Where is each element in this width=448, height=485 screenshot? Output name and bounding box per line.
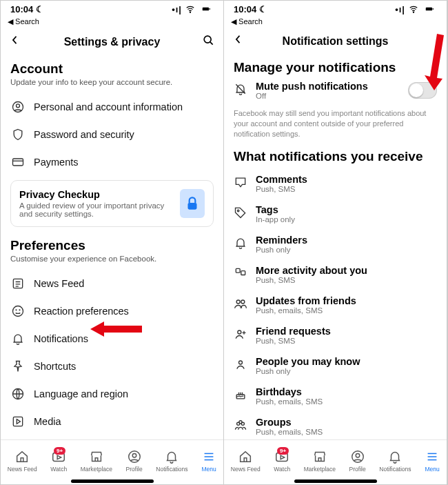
- wifi-icon: [185, 4, 196, 14]
- notif-title: Reminders: [256, 235, 307, 246]
- row-label: Personal and account information: [34, 101, 183, 112]
- menu-icon: [425, 449, 440, 464]
- notif-sub: Push, SMS: [256, 185, 307, 193]
- pref-row-media[interactable]: Media: [10, 408, 214, 435]
- tab-home[interactable]: News Feed: [231, 449, 261, 473]
- market-icon: [312, 449, 327, 464]
- notif-sub: Push, SMS: [256, 337, 331, 345]
- search-button[interactable]: [201, 33, 215, 50]
- mute-status: Off: [256, 92, 400, 100]
- notif-row-tag[interactable]: Tags In-app only: [234, 199, 437, 229]
- tab-label: Marketplace: [81, 466, 112, 473]
- menu-icon: [201, 449, 216, 464]
- pin-icon: [10, 359, 26, 374]
- people-icon: [234, 357, 247, 374]
- bell-icon: [387, 449, 403, 464]
- group-icon: [234, 418, 247, 435]
- tab-watch[interactable]: 9+ Watch: [50, 449, 67, 473]
- birthday-icon: [234, 388, 247, 404]
- feed-icon: [10, 276, 26, 291]
- tab-home[interactable]: News Feed: [8, 449, 37, 473]
- notif-row-people[interactable]: People you may know Push only: [234, 350, 437, 381]
- bell-mute-icon: [234, 82, 247, 99]
- comment-icon: [234, 175, 247, 192]
- notif-sub: Push, SMS: [256, 276, 367, 284]
- profile-icon: [127, 449, 142, 464]
- credit-card-icon: [10, 155, 26, 170]
- account-row-user-circle[interactable]: Personal and account information: [10, 93, 214, 121]
- bell-icon: [164, 449, 179, 464]
- tab-label: Marketplace: [304, 466, 336, 473]
- pref-row-pin[interactable]: Shortcuts: [10, 353, 214, 380]
- page-header: Settings & privacy: [1, 29, 223, 57]
- page-header: Notification settings: [224, 29, 447, 56]
- tab-label: Watch: [274, 466, 290, 473]
- notif-title: Birthdays: [256, 386, 323, 397]
- svg-rect-35: [187, 203, 196, 210]
- mute-toggle[interactable]: [408, 82, 437, 99]
- notif-title: Friend requests: [256, 326, 331, 337]
- home-indicator: [294, 479, 377, 483]
- notif-sub: Push only: [256, 246, 307, 254]
- tag-icon: [234, 206, 247, 222]
- tab-menu[interactable]: Menu: [425, 449, 440, 473]
- account-sub: Update your info to keep your account se…: [10, 78, 214, 86]
- pref-row-feed[interactable]: News Feed: [10, 270, 214, 297]
- notif-row-friends[interactable]: Updates from friends Push, emails, SMS: [234, 290, 437, 320]
- tab-bell[interactable]: Notifications: [156, 449, 187, 473]
- bell-icon: [234, 236, 247, 253]
- pref-row-globe[interactable]: Language and region: [10, 380, 214, 408]
- tab-profile[interactable]: Profile: [349, 449, 366, 473]
- cellular-signal-icon: •ı|: [395, 4, 405, 14]
- tab-menu[interactable]: Menu: [201, 449, 216, 473]
- dnd-moon-icon: ☾: [36, 4, 44, 14]
- mute-title: Mute push notifications: [256, 81, 400, 92]
- notif-row-group[interactable]: Groups Push, emails, SMS: [234, 411, 437, 439]
- notif-row-activity[interactable]: More activity about you Push, SMS: [234, 259, 437, 290]
- friends-icon: [234, 297, 247, 313]
- page-title: Settings & privacy: [23, 36, 201, 48]
- row-label: Password and security: [34, 129, 134, 140]
- home-icon: [14, 449, 30, 464]
- account-row-credit-card[interactable]: Payments: [10, 148, 214, 176]
- smile-icon: [10, 304, 26, 319]
- back-button[interactable]: [9, 34, 23, 50]
- mute-push-row[interactable]: Mute push notifications Off: [234, 75, 437, 104]
- phone-right: 10:04 ☾ •ı| ◀ Search Notification settin…: [224, 1, 447, 485]
- tab-watch[interactable]: 9+ Watch: [274, 449, 290, 473]
- tab-market[interactable]: Marketplace: [81, 449, 112, 473]
- cellular-signal-icon: •ı|: [172, 4, 182, 14]
- notif-title: Tags: [256, 204, 295, 215]
- tab-profile[interactable]: Profile: [126, 449, 143, 473]
- back-to-search[interactable]: ◀ Search: [224, 17, 447, 29]
- notif-row-bell[interactable]: Reminders Push only: [234, 229, 437, 259]
- back-to-search[interactable]: ◀ Search: [1, 17, 223, 29]
- back-button[interactable]: [232, 33, 246, 49]
- tab-bell[interactable]: Notifications: [379, 449, 411, 473]
- notif-row-add-friend[interactable]: Friend requests Push, SMS: [234, 320, 437, 350]
- tab-badge: 9+: [277, 447, 289, 455]
- privacy-checkup-card[interactable]: Privacy Checkup A guided review of your …: [10, 180, 214, 227]
- notif-sub: Push only: [256, 367, 360, 375]
- tab-market[interactable]: Marketplace: [304, 449, 336, 473]
- wifi-icon: [408, 4, 419, 14]
- manage-heading: Manage your notifications: [234, 60, 437, 75]
- notif-row-comment[interactable]: Comments Push, SMS: [234, 168, 437, 199]
- preferences-sub: Customise your experience on Facebook.: [10, 255, 214, 263]
- pref-row-bell[interactable]: Notifications: [10, 325, 214, 353]
- account-row-shield[interactable]: Password and security: [10, 121, 214, 148]
- row-label: Payments: [34, 157, 78, 168]
- status-bar: 10:04 ☾ •ı|: [1, 1, 223, 17]
- receive-heading: What notifications you receive: [234, 149, 437, 164]
- notif-row-birthday[interactable]: Birthdays Push, emails, SMS: [234, 381, 437, 411]
- pref-row-smile[interactable]: Reaction preferences: [10, 297, 214, 325]
- phone-left: 10:04 ☾ •ı| ◀ Search Settings & privacy …: [1, 1, 224, 485]
- media-icon: [10, 414, 26, 429]
- tab-label: Profile: [126, 466, 143, 473]
- row-label: Reaction preferences: [34, 306, 129, 317]
- battery-icon: [198, 4, 214, 14]
- privacy-card-title: Privacy Checkup: [19, 189, 173, 200]
- user-circle-icon: [10, 99, 26, 115]
- row-label: Language and region: [34, 388, 128, 399]
- page-title: Notification settings: [246, 35, 425, 48]
